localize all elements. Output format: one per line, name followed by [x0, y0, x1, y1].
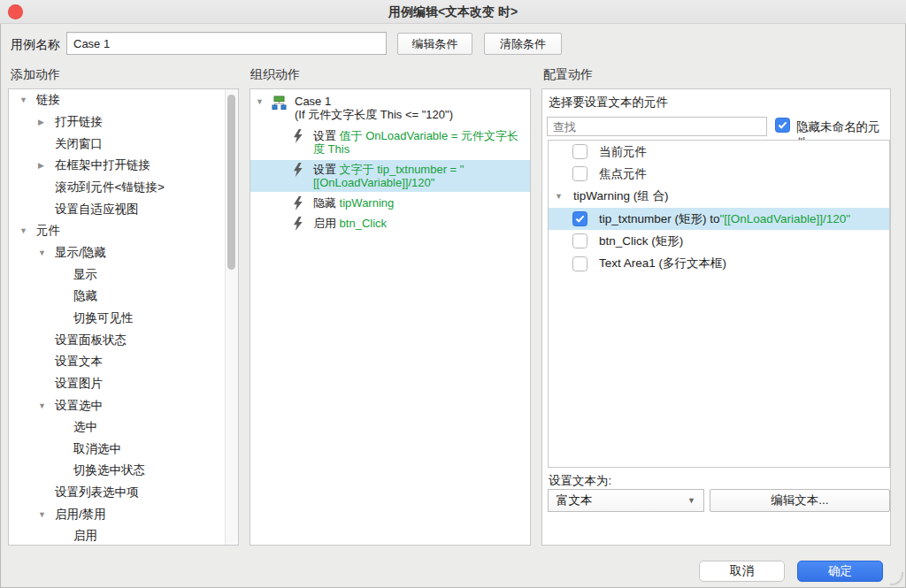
edit-condition-button[interactable]: 编辑条件	[397, 33, 472, 55]
chevron-down-icon[interactable]: ▼	[256, 95, 272, 106]
add-action-label: 取消选中	[73, 441, 121, 457]
add-action-item[interactable]: ▼链接	[9, 89, 226, 111]
add-action-label: 隐藏	[73, 288, 97, 304]
lightning-bolt-icon	[293, 217, 303, 233]
widget-row[interactable]: Text Area1 (多行文本框)	[549, 252, 889, 274]
widget-row[interactable]: 当前元件	[549, 141, 889, 163]
add-action-item[interactable]: ▼元件	[9, 220, 226, 242]
configure-action-header: 配置动作	[543, 67, 593, 83]
set-text-as-label: 设置文本为:	[549, 473, 611, 489]
add-action-item[interactable]: ▼设置选中	[9, 394, 226, 416]
add-action-item[interactable]: 设置图片	[9, 373, 226, 395]
widget-checkbox[interactable]	[572, 144, 587, 159]
chevron-down-icon: ▼	[687, 496, 703, 505]
configure-action-panel: 选择要设置文本的元件 隐藏未命名的元件 当前元件焦点元件▼tipWarning …	[541, 88, 891, 546]
widget-label: btn_Click (矩形)	[599, 233, 683, 249]
add-action-item[interactable]: 设置面板状态	[9, 329, 226, 351]
chevron-down-icon[interactable]: ▼	[38, 248, 55, 257]
widget-group-label: tipWarning (组 合)	[573, 188, 669, 204]
action-item[interactable]: 启用 btn_Click	[250, 214, 530, 233]
case-text: Case 1(If 元件文字长度 This <= "120")	[295, 95, 453, 121]
add-action-label: 选中	[73, 419, 97, 435]
chevron-down-icon[interactable]: ▼	[19, 226, 36, 235]
dialog-title: 用例编辑<文本改变 时>	[0, 0, 906, 23]
add-action-label: 显示	[73, 267, 97, 283]
action-item[interactable]: 隐藏 tipWarning	[250, 194, 530, 212]
widget-checkbox[interactable]	[572, 166, 587, 181]
add-action-label: 设置列表选中项	[55, 485, 139, 500]
action-detail: 值于 OnLoadVariable = 元件文字长度 This	[313, 129, 518, 156]
widget-row[interactable]: tip_txtnumber (矩形) to "[[OnLoadVariable]…	[549, 208, 889, 230]
edit-text-button[interactable]: 编辑文本...	[710, 489, 890, 512]
case-editor-dialog: 用例编辑<文本改变 时> 用例名称 编辑条件 清除条件 添加动作 组织动作 配置…	[0, 0, 906, 588]
widget-label: tip_txtnumber (矩形) to	[599, 211, 720, 227]
organize-actions-panel: ▼Case 1(If 元件文字长度 This <= "120")设置 值于 On…	[250, 88, 531, 546]
hide-unnamed-checkbox[interactable]	[775, 118, 790, 133]
add-action-item[interactable]: 显示	[9, 263, 226, 286]
add-action-label: 设置面板状态	[55, 332, 127, 348]
chevron-down-icon[interactable]: ▼	[38, 510, 55, 519]
chevron-right-icon[interactable]: ▶	[38, 161, 55, 170]
add-action-item[interactable]: ▼启用/禁用	[9, 503, 226, 525]
add-action-label: 设置图片	[55, 376, 103, 392]
action-text: 设置 文字于 tip_txtnumber = "[[OnLoadVariable…	[313, 163, 464, 189]
widget-label: 焦点元件	[599, 166, 647, 182]
titlebar: 用例编辑<文本改变 时>	[0, 0, 906, 24]
clear-condition-button[interactable]: 清除条件	[484, 33, 562, 55]
search-input[interactable]	[547, 117, 767, 136]
add-action-item[interactable]: 设置文本	[9, 351, 226, 373]
add-action-label: 启用	[73, 528, 97, 544]
widget-checkbox[interactable]	[572, 233, 587, 248]
add-action-item[interactable]: 选中	[9, 416, 226, 439]
case-name-input[interactable]	[66, 32, 387, 55]
add-actions-tree: ▼链接▶打开链接关闭窗口▶在框架中打开链接滚动到元件<锚链接>设置自适应视图▼元…	[9, 89, 226, 545]
chevron-down-icon[interactable]: ▼	[549, 192, 573, 201]
add-action-item[interactable]: ▼显示/隐藏	[9, 242, 226, 264]
resize-grip[interactable]	[890, 572, 903, 585]
widget-checkbox[interactable]	[572, 256, 587, 271]
add-action-item[interactable]: 滚动到元件<锚链接>	[9, 177, 226, 199]
widget-label: Text Area1 (多行文本框)	[599, 256, 726, 271]
action-keyword: 启用	[313, 217, 336, 230]
action-item[interactable]: 设置 文字于 tip_txtnumber = "[[OnLoadVariable…	[250, 160, 530, 192]
lightning-bolt-icon	[293, 129, 303, 146]
add-action-item[interactable]: 取消选中	[9, 439, 226, 461]
action-detail: btn_Click	[336, 217, 387, 230]
widget-checkbox[interactable]	[572, 211, 587, 226]
action-item[interactable]: 设置 值于 OnLoadVariable = 元件文字长度 This	[250, 126, 530, 158]
organize-actions-header: 组织动作	[250, 67, 300, 83]
action-detail: 文字于 tip_txtnumber = "[[OnLoadVariable]]/…	[313, 163, 464, 189]
add-actions-header: 添加动作	[11, 67, 60, 83]
add-action-item[interactable]: 设置列表选中项	[9, 482, 226, 504]
add-action-item[interactable]: 切换可见性	[9, 308, 226, 330]
lightning-bolt-icon	[293, 163, 303, 179]
ok-button[interactable]: 确定	[797, 561, 883, 582]
scrollbar[interactable]	[225, 89, 238, 545]
widget-row[interactable]: 焦点元件	[549, 163, 889, 185]
add-action-label: 显示/隐藏	[55, 245, 106, 261]
chevron-down-icon[interactable]: ▼	[19, 95, 36, 104]
add-action-item[interactable]: 启用	[9, 525, 226, 545]
add-action-label: 启用/禁用	[55, 507, 106, 523]
add-action-item[interactable]: 设置自适应视图	[9, 198, 226, 220]
widget-row[interactable]: ▼tipWarning (组 合)	[549, 186, 889, 208]
case-name: Case 1	[295, 95, 453, 108]
widget-row[interactable]: btn_Click (矩形)	[549, 230, 889, 252]
scrollbar-thumb[interactable]	[227, 95, 235, 270]
add-action-item[interactable]: 切换选中状态	[9, 460, 226, 482]
case-node[interactable]: ▼Case 1(If 元件文字长度 This <= "120")	[250, 95, 530, 121]
add-action-label: 打开链接	[55, 114, 103, 130]
add-action-item[interactable]: 关闭窗口	[9, 133, 226, 155]
chevron-down-icon[interactable]: ▼	[38, 401, 55, 410]
chevron-right-icon[interactable]: ▶	[38, 118, 55, 126]
add-action-label: 链接	[36, 92, 60, 108]
add-action-item[interactable]: 隐藏	[9, 286, 226, 308]
add-action-item[interactable]: ▶打开链接	[9, 111, 226, 134]
action-text: 设置 值于 OnLoadVariable = 元件文字长度 This	[313, 129, 518, 156]
select-widget-label: 选择要设置文本的元件	[549, 95, 668, 111]
text-type-dropdown[interactable]: 富文本 ▼	[548, 489, 704, 512]
add-action-label: 元件	[36, 223, 60, 239]
action-detail: tipWarning	[336, 196, 394, 210]
add-action-item[interactable]: ▶在框架中打开链接	[9, 155, 226, 177]
cancel-button[interactable]: 取消	[699, 561, 785, 582]
